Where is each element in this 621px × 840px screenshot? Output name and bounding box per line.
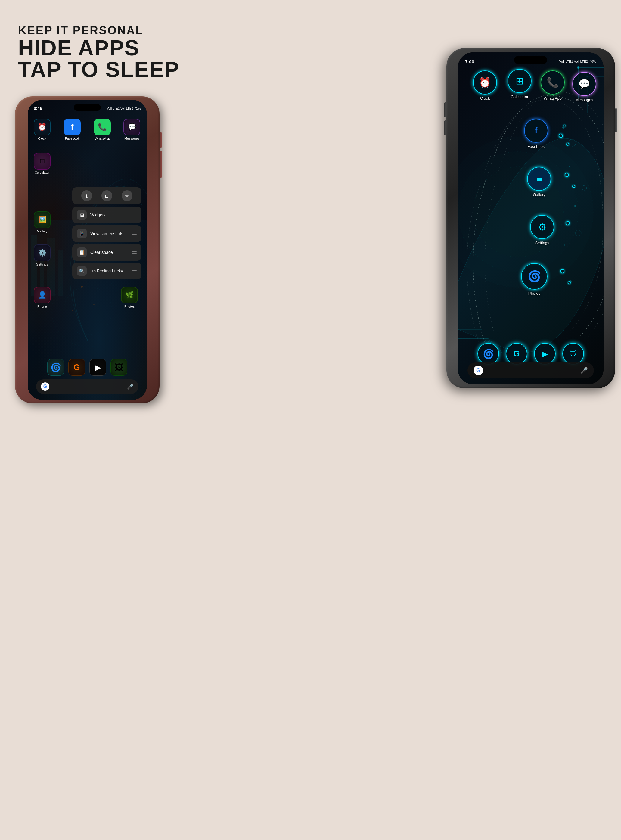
phone-right: 7:00 Voll LTE1 Voll LTE2 76% ⏰ Clock ⊞	[441, 48, 621, 394]
google-search-bar-right[interactable]: G 🎤	[468, 362, 594, 378]
context-delete-button[interactable]: 🗑	[101, 190, 112, 201]
dock-fan-right[interactable]: 🌀	[477, 343, 499, 365]
google-g-icon-left: G	[41, 382, 49, 391]
feeling-lucky-menu-item[interactable]: 🔍 I'm Feeling Lucky	[72, 262, 141, 279]
context-edit-button[interactable]: ✏	[122, 190, 132, 201]
photos-icon-right[interactable]: 🌀 Photos	[521, 263, 548, 296]
clear-space-label: Clear space	[90, 250, 128, 255]
calculator-icon-left[interactable]: ⊞ Calculator	[34, 153, 51, 174]
facebook-icon-right[interactable]: f Facebook	[524, 118, 548, 149]
clock-label-left: Clock	[38, 137, 46, 140]
whatsapp-ring-right: 📞	[541, 70, 565, 94]
signal-right: Voll LTE1 Voll LTE2	[559, 60, 588, 63]
dot-7	[560, 269, 564, 273]
gallery-label-left: Gallery	[37, 229, 48, 233]
context-menu-top-bar: ℹ 🗑 ✏	[72, 187, 141, 204]
settings-label-right: Settings	[535, 241, 549, 245]
messages-icon-left[interactable]: 💬 Messages	[123, 118, 140, 140]
menu-lines-screenshots	[132, 233, 137, 235]
dynamic-island-left	[74, 104, 101, 111]
photos-ring-right: 🌀	[521, 263, 548, 290]
dock-gallery-button[interactable]: 🖼	[111, 359, 127, 376]
calculator-ring-right: ⊞	[507, 69, 532, 93]
calculator-icon-right[interactable]: ⊞ Calculator	[507, 69, 532, 99]
gallery-icon-left[interactable]: 🖼️ Gallery	[34, 211, 51, 233]
dock-google-button[interactable]: G	[68, 359, 85, 376]
camera-cutout-right	[514, 56, 547, 64]
svg-point-12	[577, 66, 579, 69]
lucky-icon: 🔍	[77, 266, 87, 276]
menu-lines-lucky	[132, 270, 137, 272]
facebook-ring-right: f	[524, 118, 548, 143]
dock-google-right[interactable]: G	[506, 343, 527, 365]
calculator-label-right: Calculator	[511, 94, 529, 99]
gallery-label-right: Gallery	[533, 193, 545, 197]
phone-right-frame: 7:00 Voll LTE1 Voll LTE2 76% ⏰ Clock ⊞	[447, 48, 615, 388]
svg-rect-4	[58, 250, 63, 296]
power-button-right[interactable]	[615, 108, 617, 132]
clock-icon-left[interactable]: ⏰ Clock	[34, 118, 51, 140]
whatsapp-icon-left[interactable]: 📞 WhatsApp	[94, 118, 111, 140]
settings-label-left: Settings	[36, 262, 48, 266]
volume-down-phone-right[interactable]	[444, 120, 447, 135]
phone-left-frame: 0:46 Voll LTE1 Voll LTE2 71% ⏰ Clock f	[15, 96, 159, 403]
status-icons-right: Voll LTE1 Voll LTE2 76%	[559, 59, 596, 64]
dock-shield-right[interactable]: 🛡	[562, 343, 584, 365]
facebook-icon-left[interactable]: f Facebook	[64, 118, 81, 140]
settings-icon-right[interactable]: ⚙ Settings	[530, 215, 554, 245]
dock-photos-button[interactable]: 🌀	[47, 359, 64, 376]
widgets-icon: ⊞	[77, 210, 87, 220]
photos-label-right: Photos	[528, 291, 540, 296]
dot-1	[559, 134, 563, 138]
menu-lines-clear	[132, 252, 137, 253]
volume-left-phone-right[interactable]	[444, 102, 447, 117]
dot-5	[572, 185, 575, 188]
context-menu: ℹ 🗑 ✏ ⊞ Widgets 📱 View screenshots 📋 Cle…	[72, 187, 141, 281]
battery-left: 71%	[134, 106, 141, 110]
phone-right-screen: 7:00 Voll LTE1 Voll LTE2 76% ⏰ Clock ⊞	[458, 52, 604, 384]
settings-icon-left[interactable]: ⚙️ Settings	[34, 244, 51, 266]
dock-play-right[interactable]: ▶	[534, 343, 556, 365]
gallery-icon-right[interactable]: 🖥 Gallery	[527, 167, 551, 197]
context-info-button[interactable]: ℹ	[81, 190, 92, 201]
view-screenshots-menu-item[interactable]: 📱 View screenshots	[72, 225, 141, 242]
bottom-dock-left: 🌀 G ▶ 🖼	[47, 359, 127, 376]
google-search-bar-left[interactable]: G 🎤	[36, 379, 138, 394]
clear-space-menu-item[interactable]: 📋 Clear space	[72, 244, 141, 261]
volume-up-button-left[interactable]	[159, 132, 162, 147]
signal-icon-left: Voll LTE1 Voll LTE2	[107, 107, 133, 110]
phone-label-left: Phone	[37, 305, 47, 308]
gallery-ring-right: 🖥	[527, 167, 551, 191]
calculator-label-left: Calculator	[35, 171, 50, 174]
phone-left-screen: 0:46 Voll LTE1 Voll LTE2 71% ⏰ Clock f	[28, 100, 147, 400]
photos-label-left: Photos	[124, 305, 135, 308]
google-g-icon-right: G	[474, 365, 483, 375]
facebook-label-right: Facebook	[527, 144, 545, 149]
facebook-label-left: Facebook	[65, 137, 79, 140]
status-time-right: 7:00	[465, 59, 474, 64]
messages-ring-right: 💬	[572, 72, 596, 96]
dot-2	[566, 143, 569, 146]
photos-icon-left[interactable]: 🌿 Photos	[121, 287, 138, 308]
power-button-left[interactable]	[159, 156, 162, 177]
dock-play-button[interactable]: ▶	[89, 359, 106, 376]
feeling-lucky-label: I'm Feeling Lucky	[90, 268, 128, 273]
clear-space-icon: 📋	[77, 247, 87, 257]
clock-icon-right[interactable]: ⏰ Clock	[473, 70, 497, 100]
messages-icon-right[interactable]: 💬 Messages	[572, 72, 596, 102]
messages-label-right: Messages	[575, 97, 593, 102]
widgets-menu-item[interactable]: ⊞ Widgets	[72, 206, 141, 223]
widgets-label: Widgets	[90, 212, 137, 217]
header-title-line2: TAP TO SLEEP	[18, 59, 179, 80]
mic-icon-right[interactable]: 🎤	[580, 367, 588, 374]
messages-label-left: Messages	[124, 137, 139, 140]
status-icons-left: Voll LTE1 Voll LTE2 71%	[107, 106, 141, 110]
mic-icon-left[interactable]: 🎤	[127, 383, 134, 390]
status-time-left: 0:46	[34, 106, 42, 111]
clock-label-right: Clock	[480, 96, 490, 100]
svg-point-9	[72, 310, 73, 311]
header-subtitle: KEEP IT PERSONAL	[18, 24, 179, 37]
whatsapp-icon-right[interactable]: 📞 WhatsApp	[541, 70, 565, 100]
screenshots-icon: 📱	[77, 229, 87, 238]
phone-icon-left[interactable]: 👤 Phone	[34, 287, 51, 308]
